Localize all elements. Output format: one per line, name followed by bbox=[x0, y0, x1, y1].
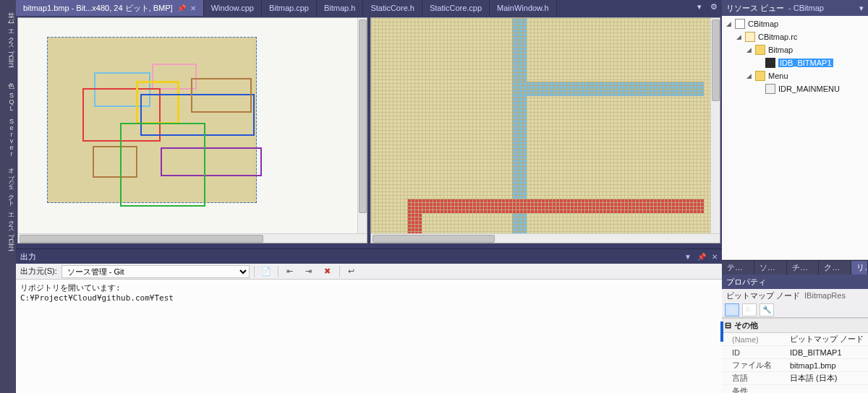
pixel-grid[interactable] bbox=[371, 18, 720, 233]
rc-icon bbox=[745, 32, 755, 42]
folder-icon bbox=[755, 45, 765, 55]
doc-tab[interactable]: bitmap1.bmp - Bit...x480, 24 ビット, BMP]📌✕ bbox=[16, 0, 204, 16]
bmp-icon bbox=[765, 58, 775, 68]
drag-handle[interactable] bbox=[720, 321, 723, 342]
panel-tab[interactable]: チーム... bbox=[787, 261, 820, 275]
alphabetical-icon[interactable]: A↓ bbox=[742, 303, 757, 316]
doc-tab[interactable]: Bitmap.h bbox=[317, 0, 363, 16]
drawn-rectangle[interactable] bbox=[191, 78, 252, 113]
document-tabbar: bitmap1.bmp - Bit...x480, 24 ビット, BMP]📌✕… bbox=[16, 0, 722, 16]
pin-icon[interactable]: 📌 bbox=[697, 253, 706, 261]
v-scrollbar[interactable] bbox=[710, 18, 720, 233]
output-toolbar: 出力元(S): ソース管理 - Git 📄 ⇤ ⇥ ✖ ↩ bbox=[16, 264, 722, 280]
close-icon[interactable]: ✕ bbox=[190, 4, 196, 12]
property-row[interactable]: (Name)ビットマップ ノード bbox=[722, 333, 868, 346]
gear-icon[interactable]: ⚙ bbox=[706, 0, 722, 16]
expand-icon[interactable]: ◢ bbox=[745, 46, 752, 53]
doc-tab[interactable]: StaticCore.h bbox=[363, 0, 422, 16]
bitmap-canvas[interactable] bbox=[47, 37, 257, 203]
bitmap-editor bbox=[16, 16, 722, 245]
close-icon[interactable]: ✕ bbox=[712, 253, 718, 261]
property-name: 言語 bbox=[722, 373, 787, 384]
tree-node-label: IDB_BITMAP1 bbox=[778, 59, 833, 67]
tree-node[interactable]: ◢CBitmap.rc bbox=[722, 30, 868, 43]
side-tool-tabs: サーバー エクスプローラー 色 SQL Server オブジェクト エクスプロー… bbox=[0, 0, 16, 393]
pixel-region bbox=[407, 213, 422, 233]
goto-source-icon[interactable]: 📄 bbox=[259, 265, 273, 278]
collapse-icon[interactable]: ⊟ bbox=[725, 321, 731, 330]
expand-icon[interactable]: ◢ bbox=[735, 33, 742, 40]
root-icon bbox=[735, 19, 745, 29]
property-value[interactable]: 日本語 (日本) bbox=[787, 373, 868, 384]
output-source-select[interactable]: ソース管理 - Git bbox=[61, 265, 250, 278]
property-value[interactable]: bitmap1.bmp bbox=[787, 361, 868, 370]
pixel-region bbox=[407, 199, 704, 213]
resource-view-title: リソース ビュー bbox=[726, 3, 784, 14]
doc-tab[interactable]: Bitmap.cpp bbox=[262, 0, 317, 16]
output-source-label: 出力元(S): bbox=[20, 266, 57, 277]
output-text[interactable]: リポジトリを開いています: C:¥Project¥Cloud¥github.co… bbox=[16, 280, 722, 393]
property-value[interactable]: IDB_BITMAP1 bbox=[787, 348, 868, 357]
clear-all-icon[interactable]: ✖ bbox=[320, 265, 335, 278]
sidetab-sql-explorer[interactable]: SQL Server オブジェクト エクスプローラー bbox=[0, 87, 16, 251]
property-row[interactable]: 条件 bbox=[722, 385, 868, 393]
output-window: 出力 ▼ 📌 ✕ 出力元(S): ソース管理 - Git 📄 ⇤ ⇥ ✖ ↩ リ… bbox=[16, 249, 722, 393]
tree-node[interactable]: IDB_BITMAP1 bbox=[722, 56, 868, 69]
property-row[interactable]: ファイル名bitmap1.bmp bbox=[722, 359, 868, 372]
tree-node-label: IDR_MAINMENU bbox=[778, 85, 840, 93]
panel-tab[interactable]: テスト... bbox=[722, 261, 754, 275]
drawn-rectangle[interactable] bbox=[120, 123, 205, 207]
pin-icon[interactable]: 📌 bbox=[177, 4, 186, 12]
property-name: 条件 bbox=[722, 386, 787, 393]
property-category[interactable]: ⊟その他 bbox=[722, 318, 868, 333]
doc-tab[interactable]: StaticCore.cpp bbox=[422, 0, 490, 16]
property-row[interactable]: IDIDB_BITMAP1 bbox=[722, 346, 868, 359]
property-row[interactable]: 言語日本語 (日本) bbox=[722, 372, 868, 385]
tree-node-label: Bitmap bbox=[768, 46, 793, 54]
property-pages-icon[interactable]: 🔧 bbox=[760, 303, 774, 316]
tree-node-label: Menu bbox=[768, 72, 788, 80]
h-scrollbar[interactable] bbox=[371, 233, 720, 243]
doc-tab[interactable]: MainWindow.h bbox=[490, 0, 557, 16]
properties-grid[interactable]: ⊟その他(Name)ビットマップ ノードIDIDB_BITMAP1ファイル名bi… bbox=[722, 318, 868, 393]
resource-view-subtitle: - CBitmap bbox=[788, 4, 824, 12]
word-wrap-icon[interactable]: ↩ bbox=[344, 265, 359, 278]
property-value[interactable]: ビットマップ ノード bbox=[787, 334, 868, 345]
menu-icon bbox=[765, 84, 775, 94]
tree-node[interactable]: ◢Bitmap bbox=[722, 43, 868, 56]
properties-toolbar: ▤ A↓ 🔧 bbox=[722, 302, 868, 318]
doc-tab[interactable]: Window.cpp bbox=[204, 0, 262, 16]
v-scrollbar[interactable] bbox=[357, 18, 367, 233]
panel-tab[interactable]: クラス... bbox=[819, 261, 851, 275]
property-name: ファイル名 bbox=[722, 360, 787, 371]
expand-icon[interactable]: ◢ bbox=[745, 72, 752, 79]
tabs-dropdown-icon[interactable]: ▾ bbox=[693, 0, 706, 16]
dropdown-icon[interactable]: ▼ bbox=[684, 253, 692, 261]
resource-tree[interactable]: ◢CBitmap◢CBitmap.rc◢BitmapIDB_BITMAP1◢Me… bbox=[722, 16, 868, 260]
resource-view-header: リソース ビュー - CBitmap ▾ bbox=[722, 0, 868, 16]
panel-tab[interactable]: リ bbox=[851, 261, 868, 275]
tree-node[interactable]: IDR_MAINMENU bbox=[722, 82, 868, 95]
output-title: 出力 bbox=[20, 251, 678, 262]
panel-tab[interactable]: ソリュ... bbox=[754, 261, 787, 275]
property-name: (Name) bbox=[722, 335, 787, 344]
properties-title: プロパティ bbox=[722, 275, 868, 289]
tree-node-label: CBitmap.rc bbox=[758, 33, 797, 41]
property-name: ID bbox=[722, 348, 787, 357]
tree-node[interactable]: ◢Menu bbox=[722, 69, 868, 82]
tree-node[interactable]: ◢CBitmap bbox=[722, 17, 868, 30]
properties-object: ビットマップ ノード IBitmapRes bbox=[722, 289, 868, 302]
categorized-icon[interactable]: ▤ bbox=[725, 303, 739, 316]
dropdown-icon[interactable]: ▾ bbox=[859, 4, 864, 13]
bitmap-zoom-pane[interactable] bbox=[370, 17, 720, 243]
tree-node-label: CBitmap bbox=[748, 20, 778, 28]
folder-icon bbox=[755, 71, 765, 81]
expand-icon[interactable]: ◢ bbox=[725, 20, 732, 27]
sidetab-server-explorer[interactable]: サーバー エクスプローラー bbox=[0, 3, 16, 67]
next-message-icon[interactable]: ⇥ bbox=[302, 265, 316, 278]
bitmap-overview-pane[interactable] bbox=[17, 17, 367, 243]
sidetab-color[interactable]: 色 bbox=[0, 73, 16, 82]
h-scrollbar[interactable] bbox=[18, 233, 367, 243]
prev-message-icon[interactable]: ⇤ bbox=[283, 265, 297, 278]
pixel-region bbox=[512, 82, 704, 96]
